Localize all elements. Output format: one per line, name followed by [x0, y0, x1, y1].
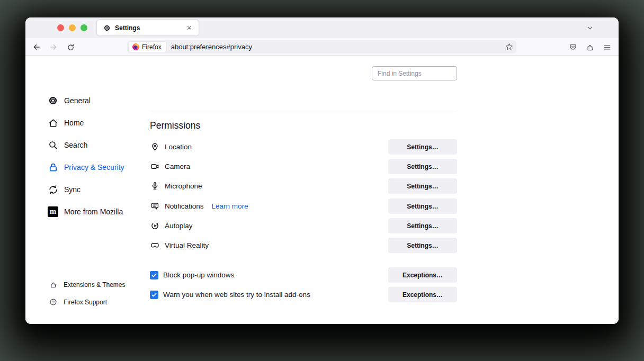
sidebar-item-label: Search: [64, 141, 87, 149]
pocket-icon: [569, 43, 577, 51]
sidebar-footer-label: Firefox Support: [64, 299, 107, 306]
permission-label: Camera: [165, 163, 190, 170]
sidebar-item-label: More from Mozilla: [64, 207, 123, 216]
gear-icon: [48, 95, 58, 106]
home-icon: [48, 118, 58, 128]
chevron-down-icon: [586, 24, 594, 32]
sidebar-item-extensions-themes[interactable]: Extensions & Themes: [49, 276, 160, 293]
mozilla-icon: m: [48, 206, 58, 217]
sidebar-item-privacy-security[interactable]: Privacy & Security: [48, 156, 154, 178]
checkbox-label[interactable]: Block pop-up windows: [163, 271, 234, 279]
sidebar-item-firefox-support[interactable]: ? Firefox Support: [49, 293, 160, 311]
extensions-button[interactable]: [583, 40, 597, 55]
camera-settings-button[interactable]: Settings…: [388, 159, 457, 174]
checkmark-icon: [151, 272, 157, 278]
permission-row-microphone: Microphone Settings…: [150, 178, 457, 194]
location-settings-button[interactable]: Settings…: [388, 139, 457, 155]
tab-bar: Settings: [25, 17, 619, 38]
tab-title: Settings: [115, 24, 184, 32]
star-icon: [505, 43, 513, 51]
sidebar-item-search[interactable]: Search: [48, 134, 154, 156]
sidebar-item-label: Sync: [64, 185, 80, 194]
url-bar[interactable]: Firefox about:preferences#privacy: [127, 40, 516, 53]
reload-icon: [67, 43, 75, 51]
addon-exceptions-button[interactable]: Exceptions…: [388, 287, 457, 302]
sync-icon: [48, 184, 58, 195]
puzzle-icon: [586, 43, 594, 51]
sidebar-item-sync[interactable]: Sync: [48, 178, 154, 201]
sidebar-footer: Extensions & Themes ? Firefox Support: [49, 276, 160, 311]
window-zoom-button[interactable]: [80, 24, 87, 31]
permission-row-autoplay: Autoplay Settings…: [150, 218, 457, 233]
section-title: Permissions: [150, 120, 200, 131]
sidebar-footer-label: Extensions & Themes: [64, 281, 126, 288]
permission-row-notifications: Notifications Learn more Settings…: [150, 198, 457, 214]
svg-text:?: ?: [52, 300, 55, 304]
app-menu-button[interactable]: [600, 40, 614, 55]
permissions-panel: Permissions Location Settings…: [150, 56, 457, 324]
permission-label: Microphone: [165, 182, 202, 190]
window-close-button[interactable]: [57, 24, 64, 31]
virtual-reality-settings-button[interactable]: Settings…: [388, 238, 457, 253]
site-identity-chip[interactable]: Firefox: [129, 42, 166, 52]
sidebar-item-label: Home: [64, 119, 84, 127]
reload-button[interactable]: [63, 40, 78, 55]
close-icon[interactable]: [184, 23, 194, 33]
new-tab-button[interactable]: [202, 21, 216, 35]
popup-exceptions-button[interactable]: Exceptions…: [388, 267, 457, 283]
permission-row-camera: Camera Settings…: [150, 159, 457, 174]
back-arrow-icon: [32, 43, 41, 51]
url-text[interactable]: about:preferences#privacy: [171, 43, 503, 51]
navigation-toolbar: Firefox about:preferences#privacy: [25, 38, 619, 56]
sidebar-item-label: Privacy & Security: [64, 163, 124, 172]
block-popups-checkbox[interactable]: [150, 271, 158, 279]
addon-warning-row: Warn you when web sites try to install a…: [150, 287, 457, 302]
list-all-tabs-button[interactable]: [583, 21, 597, 35]
hamburger-icon: [603, 43, 611, 51]
sidebar-item-label: General: [64, 96, 91, 105]
microphone-settings-button[interactable]: Settings…: [388, 178, 457, 194]
forward-arrow-icon: [49, 43, 58, 51]
question-icon: ?: [49, 298, 57, 306]
checkbox-label[interactable]: Warn you when web sites try to install a…: [163, 291, 310, 299]
warn-addons-checkbox[interactable]: [150, 291, 158, 299]
forward-button[interactable]: [46, 40, 61, 55]
site-chip-label: Firefox: [142, 43, 162, 51]
learn-more-link[interactable]: Learn more: [212, 202, 248, 210]
permission-label: Location: [165, 143, 192, 151]
window-minimize-button[interactable]: [69, 24, 76, 31]
permission-label: Autoplay: [165, 222, 193, 230]
camera-icon: [150, 162, 159, 172]
firefox-icon: [132, 43, 139, 50]
autoplay-icon: [150, 221, 159, 231]
lock-icon: [48, 162, 58, 173]
permission-label: Virtual Reality: [165, 241, 209, 249]
desktop-backdrop: Settings: [0, 0, 644, 361]
bookmark-star-button[interactable]: [503, 41, 515, 53]
back-button[interactable]: [29, 40, 44, 55]
permission-row-location: Location Settings…: [150, 139, 457, 155]
permission-row-virtual-reality: Virtual Reality Settings…: [150, 238, 457, 253]
microphone-icon: [150, 182, 159, 191]
checkmark-icon: [151, 292, 157, 298]
sidebar-item-more-from-mozilla[interactable]: m More from Mozilla: [48, 201, 154, 223]
settings-sidebar: General Home: [48, 89, 154, 223]
autoplay-settings-button[interactable]: Settings…: [388, 218, 457, 233]
location-icon: [150, 142, 159, 152]
settings-page: General Home: [25, 56, 619, 324]
search-icon: [48, 140, 58, 150]
permission-label: Notifications: [165, 202, 204, 210]
pocket-button[interactable]: [566, 40, 580, 55]
tab-settings[interactable]: Settings: [97, 20, 199, 35]
notifications-settings-button[interactable]: Settings…: [388, 198, 457, 214]
browser-window: Settings: [25, 17, 619, 324]
sidebar-item-home[interactable]: Home: [48, 112, 154, 134]
vr-headset-icon: [150, 241, 159, 250]
puzzle-icon: [49, 281, 57, 289]
notification-icon: [150, 202, 159, 211]
section-divider: [150, 112, 457, 112]
sidebar-item-general[interactable]: General: [48, 89, 154, 112]
popup-blocker-row: Block pop-up windows Exceptions…: [150, 267, 457, 283]
gear-icon: [103, 24, 111, 32]
